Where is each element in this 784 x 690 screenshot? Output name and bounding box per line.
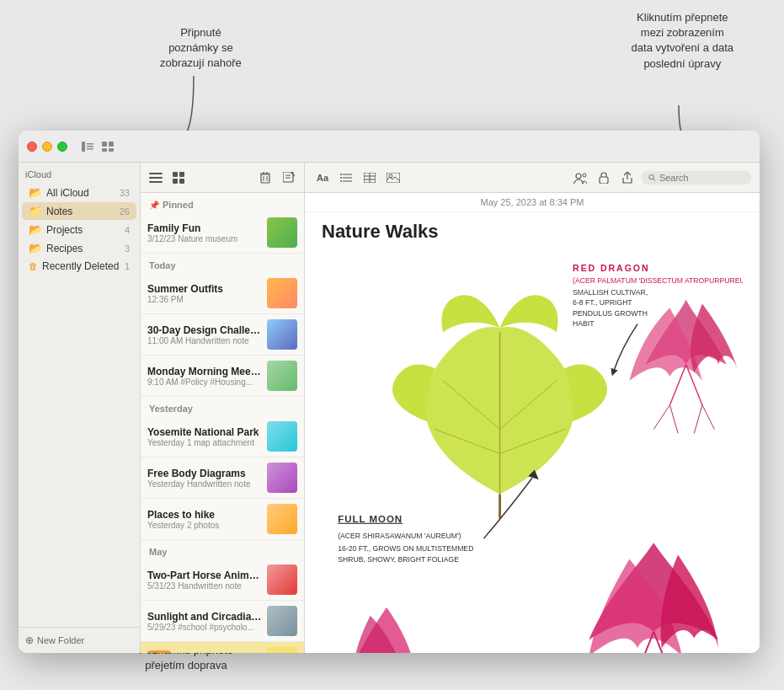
note-item-places-to-hike[interactable]: Places to hikeYesterday 2 photos	[141, 499, 304, 540]
note-item-text: Places to hikeYesterday 2 photos	[147, 509, 262, 530]
svg-rect-4	[87, 143, 93, 145]
svg-rect-6	[87, 148, 93, 150]
gallery-view-icon[interactable]	[171, 169, 188, 186]
notes-list-panel: 📌 PinnedFamily Fun3/12/23 Nature museumT…	[141, 163, 305, 653]
svg-rect-5	[87, 146, 93, 147]
note-item-horse-anima[interactable]: Two-Part Horse Anima...5/31/23 Handwritt…	[141, 559, 304, 601]
sidebar-item-projects[interactable]: 📂Projects4	[22, 221, 136, 238]
note-item-title: Two-Part Horse Anima...	[147, 570, 262, 581]
handwritten-note: RED DRAGON (ACER PALMATUM 'DISSECTUM ATR…	[322, 251, 743, 653]
note-item-title: Nature Walks	[176, 652, 262, 654]
note-item-monday-meeting[interactable]: Monday Morning Meeting9:10 AM #Policy #H…	[141, 356, 304, 397]
svg-text:SHRUB, SHOWY, BRIGHT FOLIAGE: SHRUB, SHOWY, BRIGHT FOLIAGE	[338, 555, 459, 564]
media-icon[interactable]	[384, 168, 403, 187]
annotation-date-toggle: Kliknutím přepnete mezi zobrazením data …	[632, 10, 733, 72]
folder-icon: 📂	[29, 186, 42, 199]
svg-rect-11	[149, 173, 163, 174]
sidebar-item-count: 33	[120, 188, 130, 198]
note-item-family-fun[interactable]: Family Fun3/12/23 Nature museum	[141, 212, 304, 254]
note-item-title: Monday Morning Meeting	[147, 366, 262, 377]
note-item-title: Free Body Diagrams	[147, 468, 262, 479]
svg-rect-9	[102, 148, 107, 152]
maximize-button[interactable]	[57, 142, 67, 152]
note-item-yosemite[interactable]: Yosemite National ParkYesterday 1 map at…	[141, 416, 304, 457]
share-icon[interactable]	[618, 168, 637, 187]
svg-point-33	[340, 180, 342, 182]
note-item-thumb	[267, 217, 297, 248]
note-item-title: Places to hike	[147, 509, 262, 521]
note-content[interactable]: Nature Walks	[305, 212, 760, 653]
editor-toolbar: Aa	[305, 163, 760, 193]
svg-rect-10	[109, 148, 114, 152]
svg-rect-15	[179, 172, 184, 177]
note-item-title: Family Fun	[147, 222, 262, 234]
note-item-thumb	[267, 421, 297, 452]
svg-text:PENDULUS GROWTH: PENDULUS GROWTH	[573, 309, 648, 318]
compose-icon[interactable]	[280, 169, 297, 186]
pin-badge: 📌	[147, 650, 171, 653]
layout-icon[interactable]	[101, 140, 115, 153]
minimize-button[interactable]	[42, 142, 52, 152]
note-item-free-body[interactable]: Free Body DiagramsYesterday Handwritten …	[141, 457, 304, 499]
checklist-icon[interactable]	[337, 168, 355, 187]
folder-icon: 📂	[29, 223, 42, 236]
note-item-meta: Yesterday 2 photos	[147, 521, 262, 530]
folder-icon: 📁	[29, 205, 42, 217]
note-item-text: Sunlight and Circadian...5/29/23 #school…	[147, 611, 262, 632]
sidebar-item-count: 1	[125, 261, 130, 271]
section-header-pinned: 📌 Pinned	[141, 193, 304, 212]
sidebar-item-notes[interactable]: 📁Notes26	[22, 202, 136, 220]
note-item-title: Sunlight and Circadian...	[147, 611, 262, 623]
note-item-thumb	[267, 361, 297, 391]
trash-icon: 🗑	[29, 261, 38, 271]
sidebar-item-count: 26	[120, 206, 130, 217]
svg-line-59	[653, 405, 669, 430]
new-folder-button[interactable]: ⊕ New Folder	[19, 627, 140, 653]
note-date: May 25, 2023 at 8:34 PM	[305, 193, 760, 212]
sidebar-header: iCloud	[19, 163, 140, 183]
search-input[interactable]	[659, 173, 744, 183]
traffic-lights	[27, 142, 67, 152]
note-item-sunlight[interactable]: Sunlight and Circadian...5/29/23 #school…	[141, 601, 304, 642]
new-folder-icon: ⊕	[25, 634, 34, 646]
collaborate-icon[interactable]	[571, 168, 589, 187]
note-item-30-day-design[interactable]: 30-Day Design Challen...11:00 AM Handwri…	[141, 314, 304, 356]
note-item-nature-walks[interactable]: 📌Nature Walks5/25/23 Handwritten note	[141, 642, 304, 653]
svg-rect-8	[109, 142, 114, 147]
search-icon	[648, 174, 656, 182]
close-button[interactable]	[27, 142, 37, 152]
lock-icon[interactable]	[595, 168, 613, 187]
format-text-icon[interactable]: Aa	[313, 168, 332, 187]
sidebar-item-all-icloud[interactable]: 📂All iCloud33	[22, 184, 136, 201]
svg-rect-13	[149, 181, 163, 183]
svg-text:16-20 FT., GROWS ON MULTISTEMM: 16-20 FT., GROWS ON MULTISTEMMED	[338, 544, 473, 553]
note-title: Nature Walks	[322, 221, 743, 243]
delete-icon[interactable]	[257, 169, 274, 186]
table-icon[interactable]	[360, 168, 379, 187]
svg-rect-14	[173, 172, 178, 177]
titlebar	[19, 131, 760, 163]
note-item-meta: 5/31/23 Handwritten note	[147, 581, 262, 591]
note-item-thumb	[267, 278, 297, 308]
note-item-summer-outfits[interactable]: Summer Outfits12:36 PM	[141, 273, 304, 314]
svg-line-60	[669, 405, 678, 434]
sidebar-item-label: Notes	[46, 206, 120, 217]
sidebar-item-label: Recipes	[46, 243, 125, 254]
note-item-meta: 9:10 AM #Policy #Housing...	[147, 377, 262, 387]
search-bar[interactable]	[642, 171, 751, 185]
svg-text:RED DRAGON: RED DRAGON	[573, 263, 649, 273]
notes-list-content: 📌 PinnedFamily Fun3/12/23 Nature museumT…	[141, 193, 304, 653]
svg-point-31	[340, 174, 342, 175]
sidebar-toggle-icon[interactable]	[81, 140, 94, 153]
sidebar: iCloud 📂All iCloud33📁Notes26📂Projects4📂R…	[19, 163, 141, 653]
note-item-text: Nature Walks5/25/23 Handwritten note	[176, 652, 262, 654]
sidebar-item-recently-deleted[interactable]: 🗑Recently Deleted1	[22, 258, 136, 275]
list-view-icon[interactable]	[147, 169, 164, 186]
note-item-thumb	[267, 606, 297, 636]
note-item-thumb	[267, 463, 297, 493]
svg-text:(ACER SHIRASAWANUM 'AUREUM'): (ACER SHIRASAWANUM 'AUREUM')	[338, 532, 461, 540]
svg-rect-3	[82, 142, 85, 152]
sidebar-item-recipes[interactable]: 📂Recipes3	[22, 239, 136, 257]
note-item-thumb	[267, 504, 297, 534]
note-item-meta: Yesterday Handwritten note	[147, 479, 262, 489]
